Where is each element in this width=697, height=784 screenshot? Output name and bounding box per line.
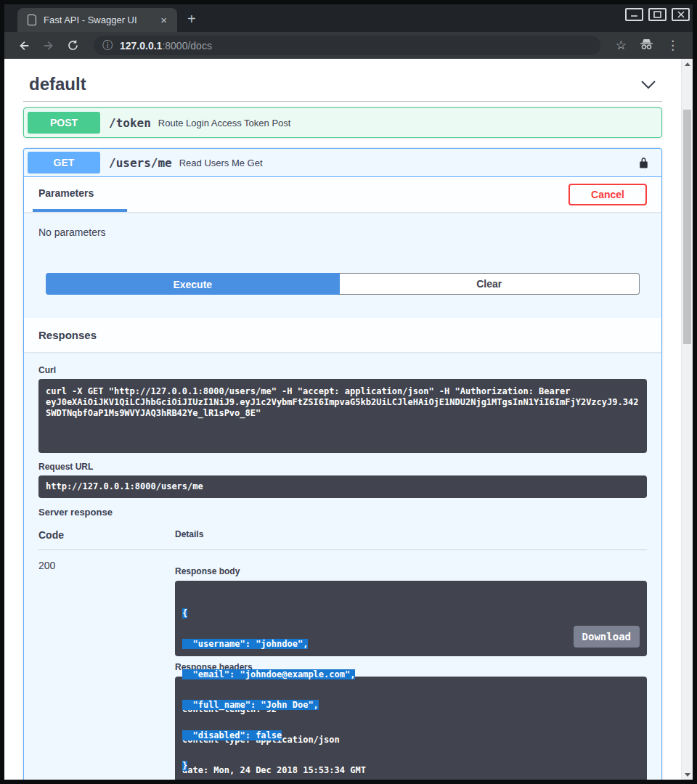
parameters-pane: No parameters Execute Clear [24,212,661,318]
browser-toolbar: ⓘ 127.0.0.1:8000/docs ☆ ⋮ [4,32,693,59]
server-response-label: Server response [38,507,647,518]
forward-button[interactable] [42,39,55,52]
maximize-icon [653,11,661,18]
menu-icon[interactable]: ⋮ [667,39,679,52]
request-url-label: Request URL [38,462,647,472]
execute-row: Execute Clear [46,273,640,318]
bookmark-star-icon[interactable]: ☆ [616,39,627,52]
back-button[interactable] [17,39,30,52]
minimize-icon [630,11,638,18]
minimize-button[interactable] [625,8,643,21]
post-token-summary[interactable]: POST /token Route Login Access Token Pos… [24,108,661,137]
responses-section-header: Responses [24,318,661,352]
get-summary-text: Read Users Me Get [179,158,263,168]
close-button[interactable] [672,8,690,21]
url-host: 127.0.0.1 [120,40,162,52]
incognito-icon [640,38,653,52]
post-summary-text: Route Login Access Token Post [158,118,291,128]
response-body-line: "full_name": "John Doe", [182,700,319,710]
section-title: default [29,75,86,94]
details-column-header: Details [175,529,647,541]
close-icon [677,11,685,18]
parameters-tab-label: Parameters [38,187,94,199]
back-arrow-icon [17,39,30,52]
no-parameters-text: No parameters [38,226,647,238]
get-users-me-summary[interactable]: GET /users/me Read Users Me Get [24,149,661,177]
status-code: 200 [38,560,175,780]
scroll-up-arrow[interactable] [682,59,693,69]
tab-close-icon[interactable]: × [158,14,170,26]
browser-window: Fast API - Swagger UI × + ⓘ [0,0,697,784]
browser-tab[interactable]: Fast API - Swagger UI × [17,8,177,32]
response-body-line: "email": "johndoe@example.com", [182,669,355,679]
code-column-header: Code [38,529,175,541]
response-body-label: Response body [175,566,647,576]
forward-arrow-icon [42,39,55,52]
reload-icon [67,39,79,52]
page-icon [28,15,36,25]
cancel-button[interactable]: Cancel [568,184,647,205]
swagger-ui: default POST /token Route Login Access T… [4,59,681,780]
request-url-value: http://127.0.0.1:8000/users/me [38,475,647,498]
responses-body: Curl curl -X GET "http://127.0.0.1:8000/… [24,365,661,780]
curl-label: Curl [38,365,647,375]
section-divider [23,101,662,102]
window-controls [625,8,690,21]
scroll-down-arrow[interactable] [682,769,693,780]
execute-button[interactable]: Execute [46,273,340,295]
chevron-down-icon[interactable] [640,80,656,89]
default-section-header[interactable]: default [23,73,662,101]
url-path: :8000/docs [162,40,212,52]
response-body-line: "disabled": false [182,730,282,740]
clear-button[interactable]: Clear [340,273,640,295]
download-button[interactable]: Download [574,626,640,648]
response-body-box: { "username": "johndoe", "email": "johnd… [175,581,647,656]
url-bar[interactable]: ⓘ 127.0.0.1:8000/docs [94,36,600,55]
reload-button[interactable] [67,39,79,52]
response-body-line: } [182,761,187,771]
scrollbar-thumb[interactable] [683,110,691,344]
site-info-icon[interactable]: ⓘ [102,39,113,52]
server-response-table-header: Code Details [38,529,647,550]
tab-title: Fast API - Swagger UI [44,15,158,25]
post-method-badge: POST [28,112,100,134]
new-tab-button[interactable]: + [177,11,206,32]
response-body-line: { [182,608,187,618]
maximize-button[interactable] [648,8,667,21]
page-viewport: default POST /token Route Login Access T… [4,59,693,780]
parameters-header: Parameters Cancel [24,177,661,212]
lock-icon [638,156,649,169]
tab-strip: Fast API - Swagger UI × + [4,4,693,32]
get-method-badge: GET [28,152,100,173]
tab-parameters[interactable]: Parameters [33,177,127,212]
response-body-line: "username": "johndoe", [182,639,308,649]
curl-command: curl -X GET "http://127.0.0.1:8000/users… [38,379,647,453]
page-scrollbar[interactable] [681,59,693,780]
server-response-row: 200 Response body { "username": "johndoe… [38,550,647,780]
endpoint-get-users-me: GET /users/me Read Users Me Get Paramete… [23,148,662,780]
auth-lock-button[interactable] [638,156,649,169]
get-path: /users/me [100,156,179,170]
endpoint-post-token: POST /token Route Login Access Token Pos… [23,107,662,138]
responses-title: Responses [38,329,97,341]
post-path: /token [100,116,158,130]
